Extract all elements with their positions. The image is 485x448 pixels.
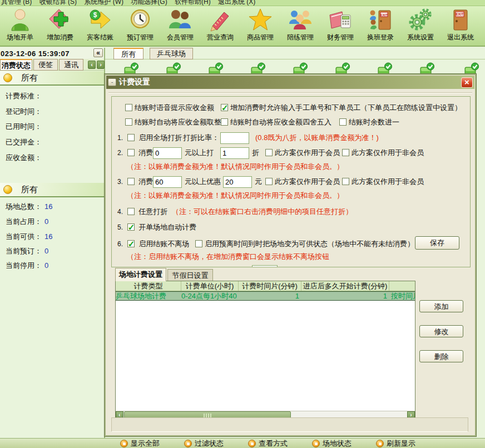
modify-button[interactable]: 修改	[419, 325, 463, 337]
status-refresh[interactable]: 刷新显示	[376, 439, 415, 448]
checkbox[interactable]	[125, 104, 132, 111]
delete-button[interactable]: 删除	[419, 350, 463, 362]
checkbox[interactable]	[342, 178, 349, 185]
member-icon	[167, 7, 193, 33]
dialog-sysmenu-icon[interactable]: -	[108, 78, 116, 86]
panel-header-venues: 所有	[0, 183, 104, 197]
checkbox[interactable]	[127, 134, 135, 141]
column-header[interactable]	[389, 281, 415, 291]
discount-rate-input[interactable]	[220, 132, 249, 144]
venue-tab-pingpong[interactable]: 乒乓球场	[150, 48, 193, 59]
dialog-titlebar[interactable]: - 计费设置 ×	[106, 76, 474, 89]
toolbar-button-goods[interactable]: 商品管理	[240, 6, 280, 46]
column-header[interactable]: 进店后多久开始计费(分钟)	[301, 281, 389, 291]
toolbar-button-add-consume[interactable]: 增加消费	[40, 6, 80, 46]
checkbox-checked[interactable]	[221, 104, 228, 111]
toolbar-button-coach[interactable]: 陪练管理	[280, 6, 320, 46]
tab-comm[interactable]: 通讯	[59, 59, 83, 71]
option-round[interactable]: 结账时自动将应收金额四舍五入	[221, 116, 331, 128]
note: （注：以账单消费金额为准！默认情况同时作用于会员和非会员。）	[127, 190, 344, 202]
svg-text:$: $	[93, 11, 97, 19]
checkbox[interactable]	[127, 208, 135, 215]
checkbox[interactable]	[195, 240, 202, 247]
item-discount-over-amount: 2. 消费	[117, 147, 153, 159]
nonmember-only-option[interactable]: 此方案仅作用于非会员	[342, 176, 424, 188]
status-view-mode[interactable]: 查看方式	[248, 439, 288, 448]
tab-scroll-right-icon[interactable]: ›	[97, 61, 105, 69]
amount-threshold-input[interactable]	[153, 147, 182, 159]
sidebar-tabs: 消费状态 便签 通讯 ‹ ›	[0, 59, 104, 71]
venue-tab-all[interactable]: 所有	[113, 48, 143, 59]
checkbox-checked[interactable]	[127, 240, 135, 247]
nonmember-only-option[interactable]: 此方案仅作用于非会员	[342, 147, 424, 159]
field-available: 当前可供：16	[6, 232, 52, 242]
status-venue-state[interactable]: 场地状态	[312, 439, 352, 448]
checkbox[interactable]	[342, 149, 349, 156]
option-truncate[interactable]: 结账时自动将应收金额取整	[125, 116, 221, 128]
column-header[interactable]: 计费时间片(分钟)	[239, 281, 301, 291]
days-threshold-input[interactable]	[252, 265, 278, 267]
panel-title: 所有	[21, 185, 38, 195]
sidebar-collapse-button[interactable]: «	[93, 48, 103, 57]
checkbox[interactable]	[127, 178, 135, 185]
settings-icon	[408, 7, 433, 33]
checkbox[interactable]	[221, 118, 228, 126]
field-register-time: 登记时间：	[6, 107, 44, 117]
save-button[interactable]: 保存	[415, 236, 459, 250]
option-manual-order[interactable]: 增加消费时允许输入手工单号和下单员工（下单员工在陪练设置中设置）	[221, 102, 462, 114]
svg-text:EXIT: EXIT	[380, 13, 388, 17]
item-rebate-over-amount: 3. 消费	[117, 176, 153, 188]
toolbar-button-exit[interactable]: EXIT 退出系统	[441, 6, 481, 46]
orange-ball-icon	[3, 73, 12, 82]
field-venue-total: 场地总数：16	[6, 202, 52, 212]
toolbar-button-reservation[interactable]: 预订管理	[120, 6, 160, 46]
checkbox[interactable]	[265, 178, 273, 185]
rebate-value-input[interactable]	[223, 176, 252, 188]
option-ceiling[interactable]: 结账时余数进一	[339, 116, 399, 128]
checkbox[interactable]	[125, 118, 132, 126]
menu-bar[interactable]: 具管理 (B) 收银结算 (S) 系统维护 (W) 功能选择(G) 软件帮助(H…	[0, 0, 485, 6]
tab-venue-billing-settings[interactable]: 场地计费设置	[115, 268, 166, 281]
toolbar-label: 营业查询	[207, 33, 234, 42]
sidebar: 023-12-06 15:39:07 « 消费状态 便签 通讯 ‹ › 所有 计…	[0, 48, 105, 438]
tab-consume-status[interactable]: 消费状态	[0, 59, 32, 71]
tab-scroll-left-icon[interactable]: ‹	[88, 61, 96, 69]
toolbar-button-venue-open[interactable]: 场地开单	[0, 6, 40, 46]
orange-ball-icon	[3, 185, 12, 194]
checkbox[interactable]	[339, 118, 347, 126]
member-only-option[interactable]: 此方案仅作用于会员	[265, 147, 340, 159]
discount-value-input[interactable]	[220, 147, 249, 159]
toolbar-button-settings[interactable]: 系统设置	[400, 6, 441, 46]
item-stay-after-checkout: 6. 启用结账不离场	[117, 238, 189, 250]
toolbar-button-business-query[interactable]: 营业查询	[200, 6, 240, 46]
toolbar-button-finance[interactable]: 财务管理	[320, 6, 360, 46]
tab-holiday-settings[interactable]: 节假日设置	[167, 269, 213, 281]
datetime-bar: 023-12-06 15:39:07 «	[0, 48, 104, 59]
label: 元以上打	[185, 147, 214, 159]
toolbar-button-member[interactable]: 会员管理	[160, 6, 200, 46]
close-icon[interactable]: ×	[461, 77, 473, 88]
pre-leave-option[interactable]: 启用预离时间到时把场地变为可供状态（场地中不能有未结消费）	[195, 238, 414, 250]
show-all-icon	[120, 440, 128, 447]
checkbox-checked[interactable]	[127, 223, 135, 231]
checkbox[interactable]	[127, 149, 135, 156]
amount-threshold-input[interactable]	[153, 176, 182, 188]
menu-items-text[interactable]: 具管理 (B) 收银结算 (S) 系统维护 (W) 功能选择(G) 软件帮助(H…	[1, 0, 255, 6]
label: 天，登录给出提示，并且不允许结账，防止系统时间出错造成数据丢	[281, 265, 471, 267]
note: （注：可以在结账窗口右击消费明细中的项目任意打折）	[172, 207, 353, 216]
status-filter[interactable]: 过滤状态	[184, 439, 224, 448]
checkbox[interactable]	[265, 149, 273, 156]
item-date-check: 7. 系统日期距离最后一次结账时间超过	[117, 265, 254, 267]
tab-notes[interactable]: 便签	[33, 59, 58, 71]
status-show-all[interactable]: 显示全部	[120, 439, 160, 448]
checkbox[interactable]	[127, 267, 135, 267]
toolbar-button-shift-login[interactable]: EXIT 换班登录	[360, 6, 400, 46]
add-button[interactable]: 添加	[419, 300, 463, 312]
toolbar-button-guest-checkout[interactable]: $ 宾客结账	[80, 6, 120, 46]
column-header[interactable]: 计费单位(小时)	[181, 281, 239, 291]
toolbar-label: 陪练管理	[287, 33, 314, 42]
member-only-option[interactable]: 此方案仅作用于会员	[265, 176, 340, 188]
option-voice-prompt[interactable]: 结账时语音提示应收金额	[125, 102, 214, 114]
table-row-selected[interactable]: 乒乓球场地计费 0-24点每1小时40 1 1 按时间片	[116, 291, 415, 301]
column-header[interactable]: 计费类型	[116, 281, 181, 291]
